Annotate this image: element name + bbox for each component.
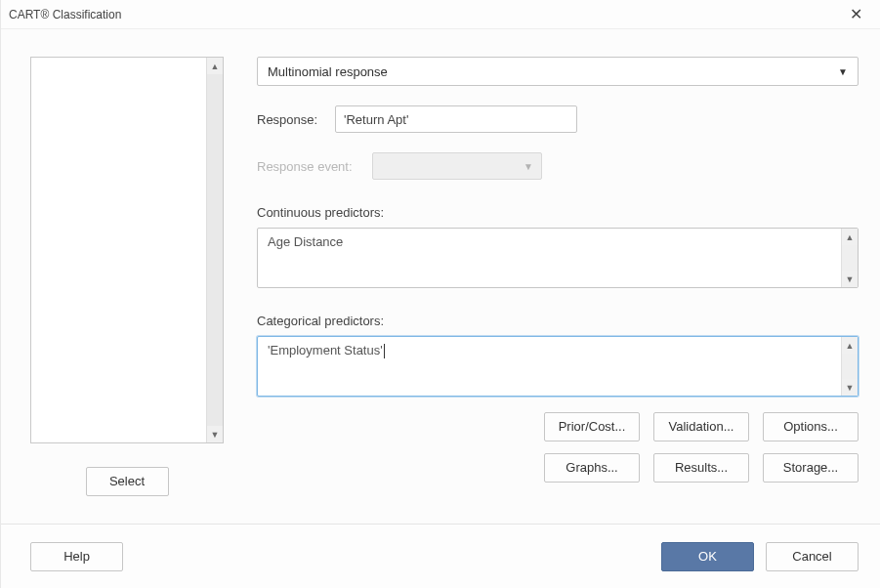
continuous-predictors-label: Continuous predictors: [257, 205, 859, 220]
dialog-footer: Help OK Cancel [1, 524, 880, 588]
scroll-thumb[interactable] [207, 74, 223, 426]
scroll-up-icon[interactable]: ▲ [207, 58, 223, 74]
response-event-row: Response event: ▼ [257, 152, 859, 180]
options-button[interactable]: Options... [763, 412, 859, 441]
cancel-button[interactable]: Cancel [766, 542, 859, 571]
close-icon[interactable]: ✕ [842, 1, 870, 27]
text-cursor [384, 344, 385, 358]
categorical-predictors-input[interactable]: 'Employment Status' ▲ ▼ [257, 336, 859, 397]
categorical-scrollbar[interactable]: ▲ ▼ [841, 337, 858, 396]
validation-button[interactable]: Validation... [653, 412, 749, 441]
chevron-down-icon: ▼ [838, 66, 848, 77]
scroll-down-icon[interactable]: ▼ [207, 426, 223, 442]
scroll-down-icon[interactable]: ▼ [842, 271, 858, 287]
variable-listbox-inner [31, 58, 206, 442]
categorical-predictors-label: Categorical predictors: [257, 314, 859, 328]
select-button[interactable]: Select [86, 467, 169, 496]
listbox-scrollbar[interactable]: ▲ ▼ [206, 58, 223, 442]
titlebar: CART® Classification ✕ [1, 0, 880, 29]
ok-button[interactable]: OK [661, 542, 754, 571]
options-button-grid: Prior/Cost... Validation... Options... G… [257, 412, 859, 484]
storage-button[interactable]: Storage... [763, 453, 859, 483]
scroll-up-icon[interactable]: ▲ [842, 229, 858, 245]
window-title: CART® Classification [9, 8, 121, 21]
scroll-track [842, 354, 858, 379]
continuous-predictors-value: Age Distance [268, 234, 343, 249]
response-type-dropdown[interactable]: Multinomial response ▼ [257, 57, 859, 86]
categorical-predictors-value: 'Employment Status' [268, 343, 383, 357]
response-value: 'Return Apt' [344, 112, 408, 127]
chevron-down-icon: ▼ [524, 161, 533, 172]
response-event-label: Response event: [257, 159, 360, 174]
left-column: ▲ ▼ Select [30, 57, 224, 516]
continuous-predictors-input[interactable]: Age Distance ▲ ▼ [257, 228, 859, 288]
results-button[interactable]: Results... [653, 453, 749, 483]
continuous-scrollbar[interactable]: ▲ ▼ [841, 229, 858, 287]
response-row: Response: 'Return Apt' [257, 105, 859, 133]
prior-cost-button[interactable]: Prior/Cost... [544, 412, 640, 441]
help-button[interactable]: Help [30, 542, 123, 571]
response-type-value: Multinomial response [268, 64, 388, 79]
scroll-up-icon[interactable]: ▲ [842, 337, 858, 354]
scroll-down-icon[interactable]: ▼ [842, 379, 858, 396]
dialog-window: CART® Classification ✕ ▲ ▼ Select Multin… [0, 0, 880, 588]
scroll-track [842, 245, 858, 271]
right-column: Multinomial response ▼ Response: 'Return… [257, 57, 859, 516]
response-label: Response: [257, 112, 323, 127]
dialog-body: ▲ ▼ Select Multinomial response ▼ Respon… [1, 29, 880, 524]
response-input[interactable]: 'Return Apt' [335, 105, 577, 133]
variable-listbox[interactable]: ▲ ▼ [30, 57, 224, 443]
response-event-dropdown: ▼ [372, 152, 542, 180]
graphs-button[interactable]: Graphs... [544, 453, 640, 483]
